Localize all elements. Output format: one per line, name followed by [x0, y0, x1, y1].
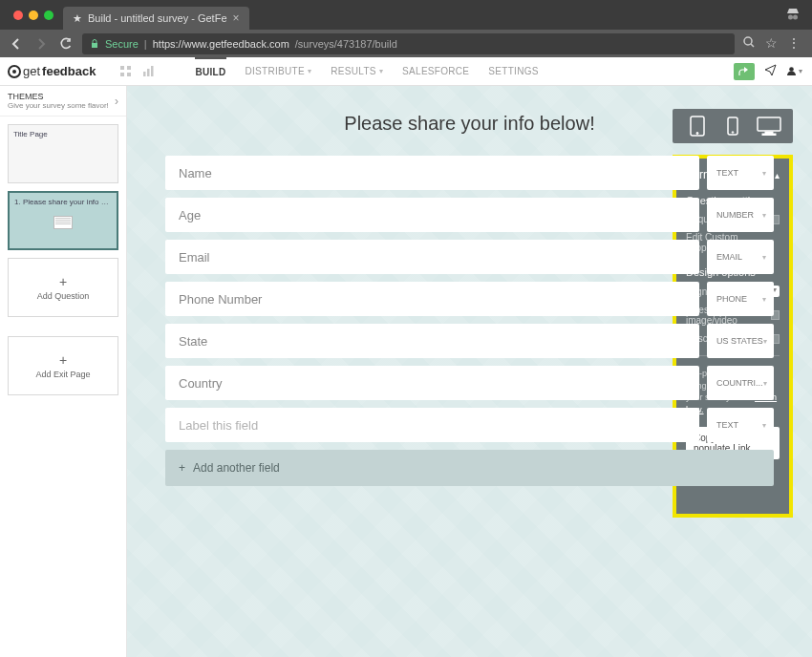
- themes-title: THEMES: [8, 92, 109, 101]
- chevron-right-icon: ›: [115, 95, 118, 108]
- svg-rect-0: [92, 43, 97, 48]
- forward-button[interactable]: [32, 35, 50, 53]
- form-field-row: Name TEXT▾: [165, 156, 774, 190]
- nav-tab-build[interactable]: BUILD: [195, 57, 225, 85]
- svg-rect-3: [120, 66, 124, 70]
- form-field-row: Phone Number PHONE▾: [165, 282, 774, 316]
- close-window[interactable]: [13, 11, 23, 20]
- thumb-preview-icon: [53, 216, 73, 229]
- add-exit-page-button[interactable]: + Add Exit Page: [8, 336, 118, 395]
- minimize-window[interactable]: [29, 11, 38, 20]
- brand-icon: [8, 65, 21, 78]
- plus-icon: +: [59, 274, 67, 289]
- add-question-label: Add Question: [37, 291, 90, 301]
- brand-logo[interactable]: getfeedback: [8, 64, 96, 78]
- themes-button[interactable]: THEMES Give your survey some flavor! ›: [0, 86, 126, 117]
- add-exit-label: Add Exit Page: [35, 370, 90, 379]
- grid-view-icon[interactable]: [117, 63, 134, 80]
- field-label-input[interactable]: Name: [165, 156, 699, 190]
- svg-rect-5: [120, 73, 124, 76]
- add-field-label: Add another field: [193, 461, 280, 475]
- page-sidebar: THEMES Give your survey some flavor! › T…: [0, 86, 127, 657]
- lock-icon: [90, 39, 99, 49]
- favicon-star-icon: ★: [73, 12, 82, 25]
- chevron-down-icon: ▾: [763, 337, 767, 346]
- share-button[interactable]: [734, 63, 755, 80]
- nav-tab-settings[interactable]: SETTINGS: [488, 57, 538, 85]
- browser-tab[interactable]: ★ Build - untitled survey - GetFe ×: [63, 7, 249, 30]
- plus-icon: +: [179, 461, 185, 475]
- brand-prefix: get: [23, 64, 40, 78]
- svg-rect-7: [143, 72, 146, 76]
- chevron-down-icon: ▾: [762, 211, 766, 220]
- address-bar: Secure | https://www.getfeedback.com/sur…: [0, 30, 812, 57]
- page-thumb-title[interactable]: Title Page: [8, 124, 118, 183]
- incognito-icon: [785, 8, 801, 24]
- themes-subtitle: Give your survey some flavor!: [8, 101, 109, 110]
- builder-canvas: Please share your info below! Name TEXT▾…: [127, 86, 812, 657]
- form-field-row: Email EMAIL▾: [165, 240, 774, 274]
- bookmark-star-icon[interactable]: ☆: [765, 35, 778, 52]
- tab-title: Build - untitled survey - GetFe: [88, 12, 227, 24]
- form-title[interactable]: Please share your info below!: [165, 113, 774, 135]
- field-label-input[interactable]: State: [165, 324, 699, 358]
- field-type-select[interactable]: TEXT▾: [707, 156, 774, 190]
- form-field-row: State US STATES▾: [165, 324, 774, 358]
- field-label-input[interactable]: Phone Number: [165, 282, 699, 316]
- thumb-label: Title Page: [13, 130, 113, 138]
- field-type-select[interactable]: PHONE▾: [707, 282, 774, 316]
- field-type-select[interactable]: TEXT▾: [707, 408, 774, 442]
- browser-menu-icon[interactable]: ⋮: [787, 35, 801, 52]
- nav-tab-results[interactable]: RESULTS▾: [331, 57, 383, 85]
- send-icon[interactable]: [764, 64, 777, 79]
- back-button[interactable]: [8, 35, 25, 53]
- svg-rect-9: [151, 66, 154, 76]
- field-type-select[interactable]: NUMBER▾: [707, 198, 774, 232]
- field-label-input[interactable]: Email: [165, 240, 699, 274]
- field-label-input[interactable]: Age: [165, 198, 699, 232]
- chevron-down-icon: ▾: [762, 169, 766, 178]
- chevron-down-icon: ▾: [762, 421, 766, 430]
- chevron-down-icon: ▾: [762, 253, 766, 262]
- tab-close-icon[interactable]: ×: [233, 11, 240, 25]
- field-type-select[interactable]: EMAIL▾: [707, 240, 774, 274]
- nav-tab-distribute[interactable]: DISTRIBUTE▾: [246, 57, 312, 85]
- field-type-select[interactable]: US STATES▾: [707, 324, 774, 358]
- svg-rect-6: [127, 73, 131, 76]
- field-label-input-placeholder[interactable]: Label this field: [165, 408, 699, 442]
- nav-tab-salesforce[interactable]: SALESFORCE: [402, 57, 469, 85]
- field-type-select[interactable]: COUNTRI...▾: [707, 366, 774, 400]
- view-mode-icons: [117, 63, 157, 80]
- svg-rect-8: [147, 69, 150, 76]
- search-url-icon[interactable]: [742, 35, 756, 52]
- stats-view-icon[interactable]: [139, 63, 157, 80]
- svg-point-10: [789, 67, 794, 72]
- svg-rect-4: [127, 66, 131, 70]
- chevron-down-icon: ▾: [762, 295, 766, 304]
- chevron-down-icon: ▾: [763, 379, 767, 388]
- form-field-row: Age NUMBER▾: [165, 198, 774, 232]
- thumb-label: 1. Please share your info bel...: [14, 198, 112, 206]
- add-question-button[interactable]: + Add Question: [8, 258, 118, 317]
- brand-suffix: feedback: [42, 64, 96, 78]
- add-field-button[interactable]: + Add another field: [165, 450, 774, 486]
- main-nav-tabs: BUILD DISTRIBUTE▾ RESULTS▾ SALESFORCE SE…: [195, 57, 538, 85]
- url-path: /surveys/473187/build: [295, 38, 397, 50]
- reload-button[interactable]: [57, 35, 75, 53]
- form-field-row: Country COUNTRI...▾: [165, 366, 774, 400]
- maximize-window[interactable]: [44, 11, 53, 20]
- svg-line-2: [751, 44, 754, 47]
- chevron-down-icon: ▾: [308, 67, 311, 75]
- user-menu[interactable]: ▾: [786, 66, 802, 76]
- url-host: https://www.getfeedback.com: [153, 38, 289, 50]
- browser-tabstrip: ★ Build - untitled survey - GetFe ×: [0, 0, 812, 30]
- form-field-row: Label this field TEXT▾: [165, 408, 774, 442]
- secure-label: Secure: [105, 38, 139, 50]
- field-label-input[interactable]: Country: [165, 366, 699, 400]
- page-thumb-form[interactable]: 1. Please share your info bel...: [8, 191, 118, 250]
- url-box[interactable]: Secure | https://www.getfeedback.com/sur…: [82, 33, 735, 54]
- svg-point-1: [744, 37, 752, 45]
- chevron-down-icon: ▾: [379, 67, 383, 75]
- window-controls: [8, 1, 63, 30]
- plus-icon: +: [59, 352, 67, 368]
